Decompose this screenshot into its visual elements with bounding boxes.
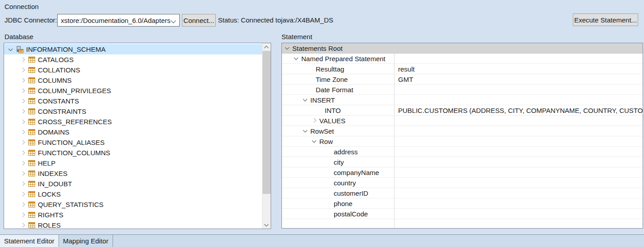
chevron-right-icon[interactable] [20, 191, 26, 198]
stmt-value[interactable] [395, 54, 643, 63]
stmt-row-into[interactable]: INTO PUBLIC.CUSTOMERS (ADDRESS, CITY, CO… [282, 105, 643, 116]
db-table-item[interactable]: CONSTANTS [4, 96, 263, 106]
db-table-item[interactable]: INDEXES [4, 168, 263, 179]
stmt-row-resulttag[interactable]: Resulttag result [282, 64, 643, 74]
stmt-value[interactable] [395, 85, 643, 94]
stmt-label: companyName [334, 169, 379, 176]
table-icon [28, 108, 35, 114]
chevron-down-icon[interactable] [8, 46, 14, 53]
stmt-value[interactable] [395, 198, 643, 208]
chevron-right-icon[interactable] [20, 139, 26, 146]
stmt-value[interactable]: PUBLIC.CUSTOMERS (ADDRESS, CITY, COMPANY… [395, 105, 643, 115]
chevron-right-icon[interactable] [20, 98, 26, 104]
db-table-item[interactable]: CATALOGS [4, 54, 263, 65]
db-table-item[interactable]: CONSTRAINTS [4, 106, 263, 117]
scrollbar-down-icon[interactable] [263, 221, 271, 229]
tab-statement-editor[interactable]: Statement Editor [0, 235, 59, 247]
chevron-right-icon[interactable] [20, 171, 26, 177]
chevron-right-icon[interactable] [20, 108, 26, 115]
db-table-label: CONSTANTS [38, 97, 79, 105]
stmt-row-address[interactable]: address [282, 147, 643, 157]
chevron-right-icon[interactable] [20, 129, 26, 135]
stmt-value[interactable] [395, 126, 643, 136]
scrollbar-thumb[interactable] [263, 51, 271, 194]
chevron-right-icon[interactable] [20, 222, 26, 229]
db-table-item[interactable]: HELP [4, 158, 263, 168]
db-table-label: RIGHTS [38, 211, 63, 219]
execute-statement-button[interactable]: Execute Statement... [573, 13, 638, 26]
stmt-value[interactable] [395, 147, 643, 157]
chevron-down-icon[interactable] [302, 128, 308, 134]
stmt-row-customerid[interactable]: customerID [282, 188, 643, 198]
stmt-row-phone[interactable]: phone [282, 198, 643, 209]
stmt-row-row[interactable]: Row [282, 136, 643, 147]
chevron-down-icon[interactable] [284, 45, 290, 51]
db-table-item[interactable]: LOCKS [4, 189, 263, 199]
chevron-right-icon[interactable] [20, 57, 26, 63]
stmt-value[interactable] [395, 95, 643, 105]
stmt-value[interactable] [395, 43, 643, 53]
db-table-item[interactable]: FUNCTION_ALIASES [4, 137, 263, 148]
chevron-down-icon[interactable] [302, 97, 308, 103]
stmt-row-country[interactable]: country [282, 178, 643, 188]
db-table-label: IN_DOUBT [38, 180, 72, 188]
db-table-item[interactable]: RIGHTS [4, 210, 263, 220]
stmt-row-companyname[interactable]: companyName [282, 167, 643, 178]
chevron-right-icon[interactable] [20, 67, 26, 73]
stmt-label: city [334, 158, 344, 166]
table-icon [28, 222, 35, 228]
chevron-right-icon[interactable] [20, 88, 26, 94]
stmt-value[interactable] [395, 136, 643, 146]
stmt-label: Date Format [316, 86, 353, 94]
tab-mapping-editor[interactable]: Mapping Editor [59, 235, 113, 247]
db-table-item[interactable]: COLUMNS [4, 75, 263, 85]
stmt-label: RowSet [310, 127, 334, 135]
db-table-label: LOCKS [38, 190, 61, 198]
stmt-value[interactable] [395, 167, 643, 177]
db-table-item[interactable]: COLLATIONS [4, 65, 263, 75]
chevron-right-icon[interactable] [20, 77, 26, 84]
stmt-value[interactable] [395, 178, 643, 188]
stmt-value[interactable]: GMT [395, 74, 643, 84]
chevron-right-icon[interactable] [311, 117, 317, 124]
stmt-row-city[interactable]: city [282, 157, 643, 167]
stmt-value[interactable] [395, 188, 643, 198]
stmt-value[interactable]: result [395, 64, 643, 74]
db-table-label: CONSTRAINTS [38, 108, 86, 115]
db-table-label: QUERY_STATISTICS [38, 201, 104, 208]
chevron-right-icon[interactable] [20, 150, 26, 156]
db-table-item[interactable]: DOMAINS [4, 127, 263, 137]
stmt-row-rowset[interactable]: RowSet [282, 126, 643, 136]
db-table-item[interactable]: QUERY_STATISTICS [4, 199, 263, 210]
table-icon [28, 171, 35, 176]
editor-tabbar: Statement Editor Mapping Editor [0, 234, 644, 247]
jdbc-connector-combo[interactable]: xstore:/Documentation_6.0/Adapters [57, 14, 180, 27]
connect-button[interactable]: Connect... [182, 14, 216, 27]
db-table-item[interactable]: COLUMN_PRIVILEGES [4, 85, 263, 96]
stmt-row-postalcode[interactable]: postalCode [282, 209, 643, 219]
stmt-row-time-zone[interactable]: Time Zone GMT [282, 74, 643, 85]
chevron-right-icon[interactable] [20, 119, 26, 125]
db-schema-item[interactable]: INFORMATION_SCHEMA [4, 44, 263, 54]
chevron-right-icon[interactable] [20, 160, 26, 166]
scrollbar-up-icon[interactable] [263, 43, 271, 51]
table-icon [28, 98, 35, 104]
db-table-item[interactable]: FUNCTION_COLUMNS [4, 148, 263, 158]
chevron-down-icon[interactable] [293, 55, 299, 62]
stmt-value[interactable] [395, 209, 643, 219]
stmt-value[interactable] [395, 157, 643, 167]
db-table-item[interactable]: ROLES [4, 220, 263, 229]
chevron-right-icon[interactable] [20, 212, 26, 218]
stmt-value[interactable] [395, 116, 643, 126]
stmt-row-named-prepared-statement[interactable]: Named Prepared Statement [282, 54, 643, 64]
stmt-row-values[interactable]: VALUES [282, 116, 643, 126]
db-table-item[interactable]: IN_DOUBT [4, 179, 263, 189]
chevron-right-icon[interactable] [20, 202, 26, 208]
vertical-scrollbar[interactable] [262, 43, 271, 229]
chevron-down-icon[interactable] [311, 138, 317, 144]
chevron-right-icon[interactable] [20, 181, 26, 187]
db-table-item[interactable]: CROSS_REFERENCES [4, 117, 263, 127]
stmt-row-statements-root[interactable]: Statements Root [282, 43, 643, 54]
stmt-row-insert[interactable]: INSERT [282, 95, 643, 105]
stmt-row-date-format[interactable]: Date Format [282, 85, 643, 95]
